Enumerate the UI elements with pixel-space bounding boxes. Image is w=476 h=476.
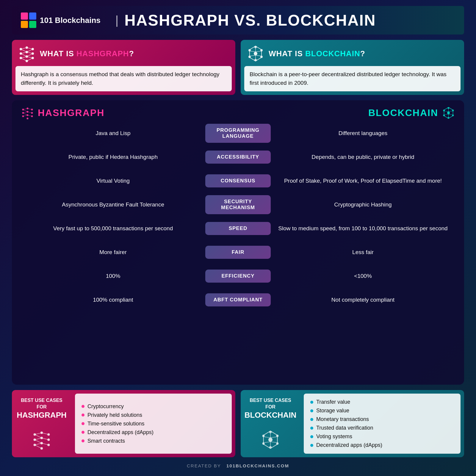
- svg-line-51: [23, 109, 28, 112]
- svg-line-101: [270, 442, 276, 442]
- table-row: Private, public if Hedera Hashgraph ACCE…: [21, 146, 455, 168]
- bullet-icon: [82, 422, 84, 425]
- header: 101 Blockchains | HASHGRAPH VS. BLOCKCHA…: [12, 6, 464, 35]
- list-item: Storage value: [310, 408, 454, 414]
- list-item: Monetary transactions: [310, 416, 454, 422]
- hashgraph-def-icon: [18, 45, 36, 62]
- blockchain-column-title: BLOCKCHAIN: [368, 107, 438, 118]
- svg-point-60: [448, 107, 450, 109]
- svg-line-104: [264, 437, 270, 438]
- use-case-item-text: Decentralized apps (dApps): [87, 429, 154, 436]
- comp-right-cell: Different languages: [271, 130, 455, 137]
- svg-point-31: [254, 59, 257, 61]
- svg-line-86: [35, 443, 42, 445]
- svg-point-28: [254, 46, 257, 48]
- hashgraph-use-cases: BEST USE CASES FOR HASHGRAPH: [12, 390, 235, 457]
- use-case-item-text: Transfer value: [316, 399, 350, 405]
- hashgraph-col-header: HASHGRAPH: [21, 106, 205, 120]
- list-item: Decentralized apps (dApps): [82, 429, 225, 436]
- list-item: Privately held solutions: [82, 412, 225, 418]
- hashgraph-column-title: HASHGRAPH: [38, 107, 104, 118]
- comp-left-cell: More fairer: [21, 249, 205, 256]
- bullet-icon: [310, 409, 313, 412]
- svg-rect-2: [21, 21, 28, 28]
- svg-point-32: [248, 56, 251, 58]
- bullet-icon: [82, 414, 84, 416]
- blockchain-def-body: Blockchain is a peer-to-peer decentraliz…: [244, 66, 461, 91]
- comp-right-cell: Slow to medium speed, from 100 to 10,000…: [271, 225, 455, 232]
- bullet-icon: [310, 444, 313, 447]
- bullet-icon: [82, 431, 84, 434]
- comp-right-cell: <100%: [271, 273, 455, 279]
- table-row: Virtual Voting CONSENSUS Proof of Stake,…: [21, 170, 455, 192]
- svg-line-36: [256, 55, 261, 56]
- comp-right-cell: Proof of Stake, Proof of Work, Proof of …: [271, 178, 455, 184]
- svg-line-38: [250, 55, 256, 56]
- svg-point-78: [40, 447, 43, 450]
- header-divider: |: [115, 14, 118, 27]
- svg-line-23: [27, 54, 33, 57]
- list-item: Decentralized apps (dApps): [310, 442, 454, 448]
- hashgraph-def-title: WHAT IS HASHGRAPH?: [40, 49, 134, 58]
- bullet-icon: [82, 405, 84, 408]
- comp-center-cell: FAIR: [205, 246, 271, 259]
- svg-point-96: [269, 446, 272, 449]
- svg-rect-3: [29, 21, 36, 28]
- comp-left-cell: 100%: [21, 273, 205, 279]
- use-case-item-text: Cryptocurrency: [87, 403, 124, 410]
- svg-point-64: [443, 115, 445, 116]
- blockchain-def-header: WHAT IS BLOCKCHAIN?: [241, 40, 464, 66]
- svg-point-93: [269, 431, 272, 433]
- svg-line-89: [42, 438, 48, 440]
- svg-point-63: [448, 117, 450, 119]
- logo-area: 101 Blockchains: [21, 12, 101, 28]
- blockchain-def-title: WHAT IS BLOCKCHAIN?: [269, 49, 365, 58]
- list-item: Voting systems: [310, 433, 454, 440]
- use-case-item-text: Decentralized apps (dApps): [316, 442, 382, 448]
- comp-right-cell: Less fair: [271, 249, 455, 256]
- svg-line-70: [445, 114, 449, 115]
- hashgraph-use-case-items: CryptocurrencyPrivately held solutionsTi…: [75, 394, 232, 454]
- use-cases-row: BEST USE CASES FOR HASHGRAPH: [12, 390, 464, 457]
- comp-center-cell: SPEED: [205, 222, 271, 235]
- svg-line-100: [270, 437, 276, 438]
- comp-left-cell: Java and Lisp: [21, 130, 205, 137]
- svg-line-87: [35, 445, 42, 449]
- table-row: Very fast up to 500,000 transactions per…: [21, 218, 455, 239]
- svg-line-82: [35, 433, 42, 435]
- svg-point-65: [443, 109, 445, 111]
- logo-icon: [21, 12, 36, 28]
- hashgraph-use-case-icon: [31, 429, 52, 450]
- svg-point-61: [452, 109, 454, 111]
- hashgraph-col-icon: [21, 106, 34, 120]
- comparison-section: HASHGRAPH BLOCKCHAIN: [12, 100, 464, 385]
- comp-right-cell: Not completely compliant: [271, 297, 455, 303]
- svg-point-95: [276, 442, 278, 445]
- comp-left-cell: 100% compliant: [21, 297, 205, 303]
- comp-right-cell: Depends, can be public, private or hybri…: [271, 154, 455, 160]
- comp-left-cell: Virtual Voting: [21, 178, 205, 184]
- bullet-icon: [310, 435, 313, 438]
- bullet-icon: [310, 418, 313, 421]
- comparison-rows: Java and Lisp PROGRAMMING LANGUAGE Diffe…: [21, 123, 455, 311]
- svg-line-19: [21, 58, 27, 61]
- svg-line-68: [449, 114, 452, 115]
- list-item: Smart contracts: [82, 438, 225, 444]
- table-row: More fairer FAIR Less fair: [21, 242, 455, 263]
- table-row: Asynchronous Byzantine Fault Tolerance S…: [21, 194, 455, 215]
- use-case-item-text: Smart contracts: [87, 438, 125, 444]
- hashgraph-def-body: Hashgraph is a consensus method that dea…: [15, 66, 232, 91]
- svg-point-92: [268, 438, 273, 442]
- svg-line-15: [21, 49, 27, 52]
- svg-line-25: [27, 58, 33, 61]
- use-case-item-text: Monetary transactions: [316, 416, 369, 422]
- comp-left-cell: Private, public if Hedera Hashgraph: [21, 154, 205, 160]
- svg-point-98: [262, 435, 265, 437]
- hashgraph-definition: WHAT IS HASHGRAPH? Hashgraph is a consen…: [12, 40, 235, 95]
- table-row: Java and Lisp PROGRAMMING LANGUAGE Diffe…: [21, 123, 455, 144]
- hashgraph-use-case-label: BEST USE CASES FOR HASHGRAPH: [12, 390, 71, 457]
- blockchain-use-case-label-text: BEST USE CASES FOR: [245, 397, 297, 411]
- page-title: HASHGRAPH VS. BLOCKCHAIN: [124, 11, 376, 29]
- blockchain-col-icon: [442, 106, 455, 120]
- comp-center-cell: ACCESSIBILITY: [205, 151, 271, 164]
